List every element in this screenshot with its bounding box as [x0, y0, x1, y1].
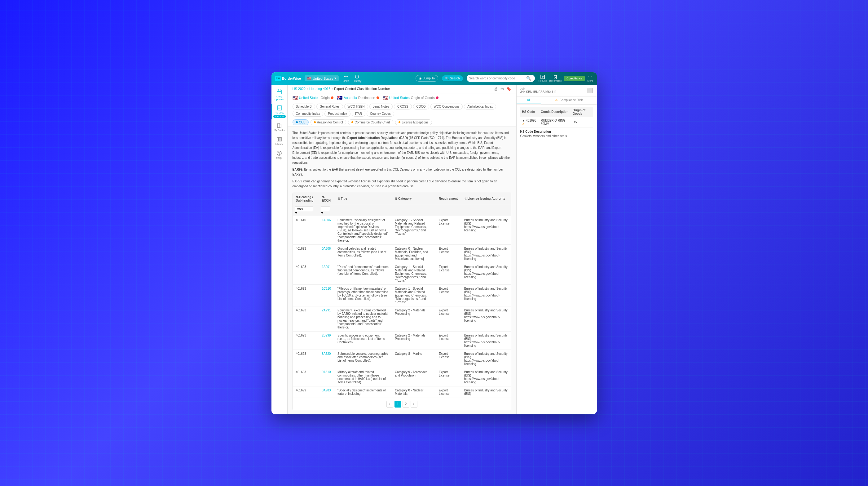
svg-point-19 [279, 154, 280, 155]
links-label: Links [342, 79, 349, 83]
filter-heading-icon[interactable]: ▼ [295, 211, 298, 215]
cell-authority: Bureau of Industry and Security (BIS) ht… [461, 263, 511, 284]
links-button[interactable]: Links [342, 75, 349, 83]
cell-requirement: Export License [436, 349, 461, 368]
sidebar-item-daily-updates[interactable]: Daily Updates [272, 87, 287, 103]
jump-to-button[interactable]: ◉ Jump To [415, 75, 438, 82]
print-icon[interactable]: 🖨 [494, 87, 498, 91]
subtab-license-exceptions[interactable]: License Exceptions [395, 119, 432, 125]
page-2-button[interactable]: 2 [403, 401, 409, 407]
brand-logo[interactable]: BW BorderWise [275, 76, 301, 81]
svg-point-5 [590, 76, 590, 77]
cell-eccn[interactable]: 0A983 [319, 386, 335, 398]
warning-dot-au [376, 96, 379, 99]
content-description: The United States imposes export control… [292, 131, 511, 189]
breadcrumb-current: Export Control Classification Number [334, 87, 390, 91]
breadcrumb-actions: 🖨 ✉ 🔖 [494, 87, 511, 91]
radio-icon: ◉ [419, 77, 422, 80]
cell-title: Military aircraft and related commoditie… [334, 368, 392, 386]
breadcrumb-hs[interactable]: HS 2022 [292, 87, 306, 91]
table-row: 401693 8A620 Submersible vessels, oceano… [293, 349, 511, 368]
cell-eccn[interactable]: 8A620 [319, 349, 335, 368]
tab-schedule-b[interactable]: Schedule B [292, 104, 315, 110]
tab-general-rules[interactable]: General Rules [316, 104, 343, 110]
tab-legal-notes[interactable]: Legal Notes [369, 104, 393, 110]
origin-goods-us[interactable]: 🇺🇸 United States Origin of Goods [383, 95, 438, 100]
bookmark-icon[interactable]: 🔖 [506, 87, 511, 91]
bookmarks-button[interactable]: Bookmarks [549, 75, 561, 82]
hs-warning-icon: ⚠ [522, 122, 525, 125]
tab-itar[interactable]: ITAR [352, 111, 365, 117]
sidebar-item-hs2022[interactable]: HS 2022 1 ECCN [272, 104, 287, 119]
right-panel-tabs: All ⚠ Compliance Risk [517, 96, 597, 105]
col-heading[interactable]: ⇅ Heading / Subheading [293, 193, 319, 205]
tab-product-index[interactable]: Product Index [324, 111, 350, 117]
cell-eccn[interactable]: 2A291 [319, 306, 335, 331]
cell-eccn[interactable]: 2B999 [319, 331, 335, 349]
cell-title: Ground vehicles and related commodities,… [334, 245, 392, 263]
cell-category: Category 1 - Special Materials and Relat… [392, 216, 436, 245]
sidebar-hs2022-label: HS 2022 [275, 111, 284, 114]
cell-authority: Bureau of Industry and Security (BIS) ht… [461, 331, 511, 349]
cell-eccn[interactable]: 9A610 [319, 368, 335, 386]
content-body: The United States imposes export control… [287, 127, 516, 414]
next-page-button[interactable]: › [411, 401, 417, 407]
col-title[interactable]: ⇅ Title [334, 193, 392, 205]
filter-eccn-input[interactable] [321, 206, 330, 211]
tab-alphabetical-index[interactable]: Alphabetical Index [464, 104, 496, 110]
goods-description-value: RUBBER O RING 30MM [539, 117, 571, 127]
svg-rect-17 [280, 137, 281, 141]
search-input[interactable] [469, 77, 525, 80]
table-row: 401610 1A006 Equipment, "specially desig… [293, 216, 511, 245]
sidebar-item-library[interactable]: Library [272, 135, 287, 147]
sidebar-item-mybooks[interactable]: My Books [272, 121, 287, 133]
cell-eccn[interactable]: 1A001 [319, 263, 335, 284]
results-button[interactable]: Results [538, 75, 547, 82]
hs-code-value[interactable]: ▼ 401693 ⚠ [520, 117, 539, 127]
cell-eccn[interactable]: 1A006 [319, 216, 335, 245]
email-icon[interactable]: ✉ [500, 87, 504, 91]
breadcrumb-heading[interactable]: Heading 4016 [309, 87, 331, 91]
flag-us-icon: 🇺🇸 [307, 76, 311, 80]
col-category[interactable]: ⇅ Category [392, 193, 436, 205]
more-button[interactable]: More [587, 75, 593, 82]
tab-wco-hsen[interactable]: WCO HSEN [344, 104, 368, 110]
page-1-button[interactable]: 1 [395, 401, 401, 407]
compliance-button[interactable]: Compliance [564, 76, 585, 81]
prev-page-button[interactable]: ‹ [386, 401, 393, 407]
col-eccn[interactable]: ⇅ ECCN [319, 193, 335, 205]
cell-heading: 401693 [293, 245, 319, 263]
panel-expand-icon[interactable]: ⬜ [587, 87, 593, 93]
cell-requirement: Export License [436, 284, 461, 306]
subtab-commerce-country-chart[interactable]: Commerce Country Chart [348, 119, 393, 125]
cell-heading: 401693 [293, 331, 319, 349]
cell-requirement: Export License [436, 263, 461, 284]
search-submit-icon[interactable]: 🔍 [526, 76, 531, 81]
tab-coco[interactable]: COCO [413, 104, 429, 110]
search-button-top[interactable]: 🔍 Search [442, 75, 463, 81]
cell-heading: 401693 [293, 306, 319, 331]
tab-wco-conventions[interactable]: WCO Conventions [430, 104, 463, 110]
table-row: 401693 2B999 Specific processing equipme… [293, 331, 511, 349]
subtab-reason-for-control[interactable]: Reason for Control [311, 119, 346, 125]
right-panel: Job Job SBN1BNESS4664111 ⬜ All ⚠ Complia… [516, 85, 597, 414]
tab-country-codes[interactable]: Country Codes [367, 111, 394, 117]
subtab-ccl[interactable]: CCL [292, 119, 309, 125]
filter-eccn-icon[interactable]: ▼ [321, 211, 324, 215]
country-selector[interactable]: 🇺🇸 United States ▾ [305, 75, 339, 81]
rp-tab-all[interactable]: All [517, 96, 541, 104]
cell-title: Equipment, except items controlled by 2A… [334, 306, 392, 331]
tab-commodity-index[interactable]: Commodity Index [292, 111, 323, 117]
sidebar-item-faqs[interactable]: FAQs [272, 148, 287, 161]
rp-tab-compliance[interactable]: ⚠ Compliance Risk [541, 96, 597, 104]
destination-au[interactable]: 🇦🇺 Australia Destination [337, 95, 379, 100]
filter-heading-input[interactable] [295, 206, 313, 211]
cell-eccn[interactable]: 1C210 [319, 284, 335, 306]
history-button[interactable]: History [353, 75, 361, 83]
cell-requirement: Export License [436, 306, 461, 331]
origin-us[interactable]: 🇺🇸 United States Origin [292, 95, 334, 100]
search-bar[interactable]: 🔍 [467, 75, 535, 82]
cell-eccn[interactable]: 0A606 [319, 245, 335, 263]
tab-cross[interactable]: CROSS [394, 104, 412, 110]
col-origin-goods: Origin of Goods [570, 107, 593, 117]
